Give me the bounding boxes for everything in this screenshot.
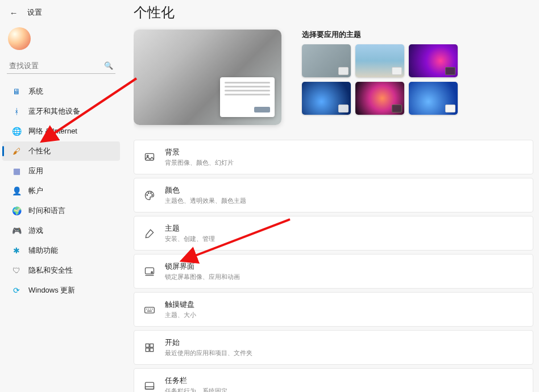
theme-option-2[interactable] [355,44,404,77]
theme-option-1[interactable] [302,44,351,77]
settings-card-6[interactable]: 任务栏 任务栏行为、系统固定 [134,368,533,392]
svg-rect-8 [145,307,155,312]
svg-point-5 [152,194,153,195]
card-title: 开始 [165,337,252,348]
nav-icon: 🎮 [11,226,22,236]
svg-rect-10 [150,344,154,347]
nav-icon: 👤 [11,186,22,196]
svg-point-4 [151,193,152,194]
user-avatar[interactable] [8,27,31,50]
theme-option-6[interactable] [409,82,458,115]
card-icon [143,304,156,315]
nav-label: 网络 & Internet [28,126,77,136]
nav-item-4[interactable]: ▦应用 [2,161,120,181]
nav-list: 🖥系统ᚼ蓝牙和其他设备🌐网络 & Internet🖌个性化▦应用👤帐户🌍时间和语… [0,82,122,300]
svg-rect-14 [146,386,154,389]
nav-icon: ▦ [11,166,22,176]
main-content: 个性化 选择要应用的主题 背景 背景图像、颜色、幻灯片 颜色 主题色、透明效 [134,0,539,392]
svg-rect-13 [146,382,154,389]
settings-card-1[interactable]: 颜色 主题色、透明效果、颜色主题 [134,178,533,212]
card-icon [143,228,156,239]
nav-label: 辅助功能 [28,245,58,256]
svg-rect-11 [146,348,149,351]
nav-icon: 🛡 [11,265,22,276]
nav-icon: ᚼ [11,106,22,116]
hero-row: 选择要应用的主题 [134,30,539,125]
desktop-preview[interactable] [134,30,281,125]
card-subtitle: 任务栏行为、系统固定 [165,387,227,392]
card-subtitle: 主题、大小 [165,311,196,319]
svg-rect-12 [150,348,154,351]
nav-label: 蓝牙和其他设备 [28,106,80,116]
nav-label: 帐户 [28,186,43,196]
nav-icon: ✱ [11,245,22,256]
card-icon [143,380,156,391]
settings-card-4[interactable]: 触摸键盘 主题、大小 [134,292,533,327]
page-title: 个性化 [134,3,539,22]
card-title: 任务栏 [165,376,227,386]
card-icon [143,342,156,353]
nav-item-8[interactable]: ✱辅助功能 [2,241,120,260]
nav-icon: 🌐 [11,126,22,136]
card-title: 主题 [165,223,215,233]
settings-card-0[interactable]: 背景 背景图像、颜色、幻灯片 [134,140,533,174]
nav-item-5[interactable]: 👤帐户 [2,181,120,201]
card-title: 颜色 [165,185,246,195]
themes-heading: 选择要应用的主题 [302,30,539,40]
nav-label: 时间和语言 [28,206,65,216]
card-icon [143,190,156,201]
svg-point-3 [148,193,150,194]
card-subtitle: 背景图像、颜色、幻灯片 [165,159,234,167]
card-text: 颜色 主题色、透明效果、颜色主题 [165,185,246,205]
card-subtitle: 安装、创建、管理 [165,235,215,243]
card-text: 开始 最近使用的应用和项目、文件夹 [165,337,252,357]
nav-label: 个性化 [28,146,51,156]
nav-label: Windows 更新 [28,285,75,295]
header-row: ← 设置 [0,5,122,24]
card-text: 锁屏界面 锁定屏幕图像、应用和动画 [165,261,240,281]
settings-card-2[interactable]: 主题 安装、创建、管理 [134,216,533,251]
card-text: 触摸键盘 主题、大小 [165,299,196,319]
card-title: 触摸键盘 [165,299,196,310]
nav-item-9[interactable]: 🛡隐私和安全性 [2,261,120,280]
app-title: 设置 [27,7,42,18]
nav-icon: ⟳ [11,285,22,295]
svg-rect-9 [146,344,149,347]
search-icon: 🔍 [104,61,113,70]
card-title: 背景 [165,147,234,157]
card-icon [143,152,156,163]
preview-window [220,77,275,117]
nav-item-10[interactable]: ⟳Windows 更新 [2,281,120,300]
nav-icon: 🌍 [11,206,22,216]
search-box[interactable]: 🔍 [7,58,115,74]
settings-card-list: 背景 背景图像、颜色、幻灯片 颜色 主题色、透明效果、颜色主题 主题 安装、创建… [134,140,539,392]
back-button[interactable]: ← [8,7,19,18]
theme-option-5[interactable] [355,82,404,115]
nav-item-6[interactable]: 🌍时间和语言 [2,201,120,220]
card-subtitle: 最近使用的应用和项目、文件夹 [165,349,252,357]
nav-item-1[interactable]: ᚼ蓝牙和其他设备 [2,102,120,121]
card-subtitle: 锁定屏幕图像、应用和动画 [165,273,240,281]
nav-label: 游戏 [28,226,43,236]
theme-option-3[interactable] [409,44,458,77]
sidebar: ← 设置 🔍 🖥系统ᚼ蓝牙和其他设备🌐网络 & Internet🖌个性化▦应用👤… [0,0,122,392]
svg-point-2 [147,194,148,195]
search-input[interactable] [7,58,115,74]
settings-card-5[interactable]: 开始 最近使用的应用和项目、文件夹 [134,330,533,365]
nav-item-3[interactable]: 🖌个性化 [2,141,120,161]
theme-option-4[interactable] [302,82,351,115]
theme-grid [302,44,539,115]
settings-card-3[interactable]: 锁屏界面 锁定屏幕图像、应用和动画 [134,254,533,289]
nav-icon: 🖌 [11,146,22,156]
nav-item-2[interactable]: 🌐网络 & Internet [2,122,120,141]
nav-item-0[interactable]: 🖥系统 [2,82,120,101]
card-icon [143,266,156,277]
card-text: 任务栏 任务栏行为、系统固定 [165,376,227,392]
card-text: 背景 背景图像、颜色、幻灯片 [165,147,234,167]
card-subtitle: 主题色、透明效果、颜色主题 [165,197,246,205]
nav-item-7[interactable]: 🎮游戏 [2,221,120,240]
nav-label: 应用 [28,166,43,176]
card-title: 锁屏界面 [165,261,240,272]
nav-label: 系统 [28,86,43,97]
card-text: 主题 安装、创建、管理 [165,223,215,243]
